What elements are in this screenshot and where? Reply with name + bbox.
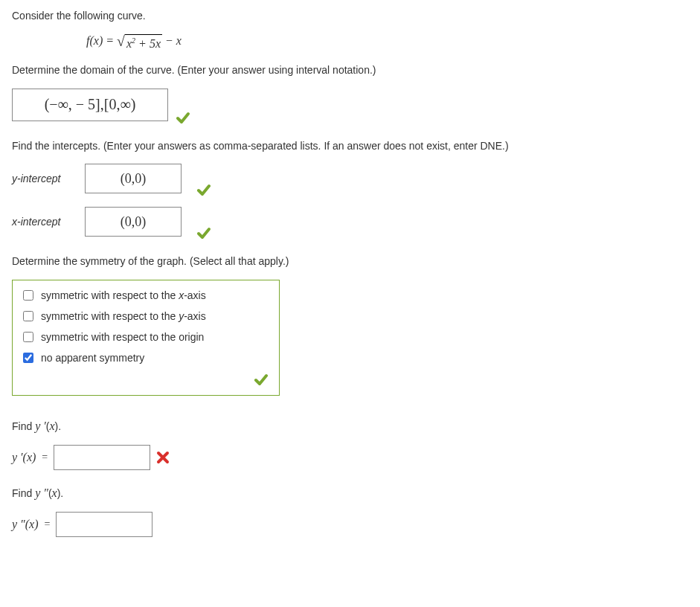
symmetry-option-none[interactable]: no apparent symmetry	[23, 352, 269, 364]
x-intercept-answer-box[interactable]: (0,0)	[85, 207, 182, 237]
domain-answer-box[interactable]: (−∞, − 5],[0,∞)	[12, 89, 168, 121]
check-icon	[176, 111, 190, 126]
symmetry-option-label: symmetric with respect to the origin	[41, 331, 204, 343]
symmetry-prompt: Determine the symmetry of the graph. (Se…	[12, 254, 688, 269]
y-intercept-label: y-intercept	[12, 173, 74, 184]
check-icon	[196, 183, 211, 198]
find-yprime-text: Find y ′(x).	[12, 420, 61, 432]
yprime-answer-input[interactable]	[54, 445, 150, 470]
checkbox-yaxis[interactable]	[23, 311, 33, 321]
yprime-lhs: y ′(x)	[12, 451, 36, 464]
radicand-tail: + 5x	[135, 37, 161, 50]
domain-prompt: Determine the domain of the curve. (Ente…	[12, 63, 688, 78]
check-icon	[196, 226, 211, 241]
find-ydprime-prompt: Find y ″(x).	[12, 485, 688, 501]
find-ydprime-text: Find y ″(x).	[12, 487, 63, 499]
intro-text: Consider the following curve.	[12, 9, 688, 24]
checkbox-xaxis[interactable]	[23, 290, 33, 301]
ydprime-lhs: y ″(x)	[12, 518, 39, 531]
symmetry-option-origin[interactable]: symmetric with respect to the origin	[23, 331, 269, 343]
equals-sign: =	[45, 518, 51, 530]
y-intercept-answer-box[interactable]: (0,0)	[85, 164, 182, 193]
function-equation: f(x) = √ x2 + 5x − x	[86, 34, 688, 50]
symmetry-option-label: symmetric with respect to the x-axis	[41, 289, 206, 301]
x-icon	[156, 451, 170, 464]
radical-symbol: √	[117, 34, 125, 48]
ydprime-answer-input[interactable]	[56, 512, 152, 537]
symmetry-option-xaxis[interactable]: symmetric with respect to the x-axis	[23, 289, 269, 301]
check-icon	[254, 373, 269, 388]
checkbox-none[interactable]	[23, 353, 33, 363]
checkbox-origin[interactable]	[23, 332, 33, 342]
symmetry-option-yaxis[interactable]: symmetric with respect to the y-axis	[23, 310, 269, 322]
symmetry-options-box: symmetric with respect to the x-axis sym…	[12, 280, 280, 396]
symmetry-option-label: no apparent symmetry	[41, 352, 144, 364]
intercepts-prompt: Find the intercepts. (Enter your answers…	[12, 139, 688, 154]
equation-trailing: − x	[165, 34, 182, 47]
find-yprime-prompt: Find y ′(x).	[12, 418, 688, 434]
symmetry-option-label: symmetric with respect to the y-axis	[41, 310, 206, 322]
x-intercept-label: x-intercept	[12, 216, 74, 228]
equals-sign: =	[42, 452, 48, 463]
radicand: x2 + 5x	[125, 34, 162, 50]
equation-lhs: f(x) =	[86, 34, 114, 47]
sqrt-expression: √ x2 + 5x	[117, 34, 162, 50]
